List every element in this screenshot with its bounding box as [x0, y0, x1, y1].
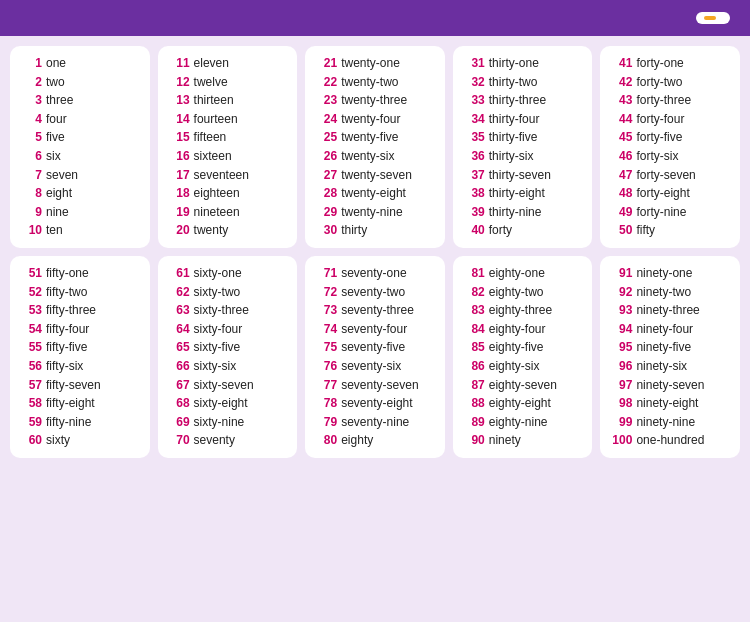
number-entry: 21twenty-one — [315, 54, 435, 73]
entry-number: 49 — [610, 203, 632, 222]
entry-number: 65 — [168, 338, 190, 357]
entry-word: ninety-two — [636, 283, 691, 302]
entry-number: 16 — [168, 147, 190, 166]
entry-number: 31 — [463, 54, 485, 73]
number-entry: 56fifty-six — [20, 357, 140, 376]
number-entry: 50fifty — [610, 221, 730, 240]
number-entry: 64sixty-four — [168, 320, 288, 339]
entry-word: sixty-six — [194, 357, 237, 376]
number-entry: 15fifteen — [168, 128, 288, 147]
entry-number: 6 — [20, 147, 42, 166]
number-entry: 51fifty-one — [20, 264, 140, 283]
entry-number: 36 — [463, 147, 485, 166]
number-box-box8: 71seventy-one72seventy-two73seventy-thre… — [305, 256, 445, 458]
entry-word: forty-seven — [636, 166, 695, 185]
entry-number: 76 — [315, 357, 337, 376]
entry-word: sixty-nine — [194, 413, 245, 432]
number-entry: 53fifty-three — [20, 301, 140, 320]
number-entry: 18eighteen — [168, 184, 288, 203]
entry-number: 27 — [315, 166, 337, 185]
entry-word: fifty-seven — [46, 376, 101, 395]
entry-word: twenty-six — [341, 147, 394, 166]
number-entry: 42forty-two — [610, 73, 730, 92]
entry-number: 22 — [315, 73, 337, 92]
entry-number: 61 — [168, 264, 190, 283]
number-entry: 46forty-six — [610, 147, 730, 166]
entry-word: eighty-six — [489, 357, 540, 376]
number-entry: 77seventy-seven — [315, 376, 435, 395]
entry-word: thirteen — [194, 91, 234, 110]
number-entry: 84eighty-four — [463, 320, 583, 339]
number-entry: 65sixty-five — [168, 338, 288, 357]
entry-word: fifty-four — [46, 320, 89, 339]
number-entry: 31thirty-one — [463, 54, 583, 73]
number-entry: 23twenty-three — [315, 91, 435, 110]
entry-number: 9 — [20, 203, 42, 222]
entry-number: 29 — [315, 203, 337, 222]
entry-number: 57 — [20, 376, 42, 395]
number-entry: 17seventeen — [168, 166, 288, 185]
number-box-box5: 41forty-one42forty-two43forty-three44for… — [600, 46, 740, 248]
entry-word: five — [46, 128, 65, 147]
number-entry: 96ninety-six — [610, 357, 730, 376]
entry-number: 59 — [20, 413, 42, 432]
entry-number: 58 — [20, 394, 42, 413]
main-content: 1one2two3three4four5five6six7seven8eight… — [0, 36, 750, 468]
number-entry: 28twenty-eight — [315, 184, 435, 203]
entry-word: ten — [46, 221, 63, 240]
entry-word: thirty-five — [489, 128, 538, 147]
entry-number: 15 — [168, 128, 190, 147]
entry-number: 67 — [168, 376, 190, 395]
number-entry: 88eighty-eight — [463, 394, 583, 413]
entry-word: fifty-three — [46, 301, 96, 320]
entry-number: 1 — [20, 54, 42, 73]
number-entry: 75seventy-five — [315, 338, 435, 357]
number-entry: 85eighty-five — [463, 338, 583, 357]
number-entry: 66sixty-six — [168, 357, 288, 376]
entry-number: 97 — [610, 376, 632, 395]
entry-number: 12 — [168, 73, 190, 92]
number-box-box6: 51fifty-one52fifty-two53fifty-three54fif… — [10, 256, 150, 458]
logo-b-icon — [704, 16, 716, 20]
entry-number: 84 — [463, 320, 485, 339]
number-entry: 36thirty-six — [463, 147, 583, 166]
entry-number: 96 — [610, 357, 632, 376]
number-entry: 10ten — [20, 221, 140, 240]
row-bottom: 51fifty-one52fifty-two53fifty-three54fif… — [10, 256, 740, 458]
entry-word: sixty-eight — [194, 394, 248, 413]
entry-word: seventy — [194, 431, 235, 450]
entry-word: forty-nine — [636, 203, 686, 222]
number-entry: 24twenty-four — [315, 110, 435, 129]
entry-word: thirty-four — [489, 110, 540, 129]
entry-number: 53 — [20, 301, 42, 320]
number-entry: 81eighty-one — [463, 264, 583, 283]
number-box-box10: 91ninety-one92ninety-two93ninety-three94… — [600, 256, 740, 458]
number-entry: 52fifty-two — [20, 283, 140, 302]
entry-number: 3 — [20, 91, 42, 110]
number-entry: 25twenty-five — [315, 128, 435, 147]
number-entry: 30thirty — [315, 221, 435, 240]
number-entry: 13thirteen — [168, 91, 288, 110]
entry-word: fifty-one — [46, 264, 89, 283]
entry-number: 85 — [463, 338, 485, 357]
entry-word: six — [46, 147, 61, 166]
entry-word: twenty-nine — [341, 203, 402, 222]
number-entry: 1one — [20, 54, 140, 73]
number-entry: 70seventy — [168, 431, 288, 450]
number-entry: 22twenty-two — [315, 73, 435, 92]
entry-number: 71 — [315, 264, 337, 283]
entry-number: 95 — [610, 338, 632, 357]
number-entry: 92ninety-two — [610, 283, 730, 302]
number-entry: 62sixty-two — [168, 283, 288, 302]
number-entry: 6six — [20, 147, 140, 166]
number-entry: 4four — [20, 110, 140, 129]
number-box-box7: 61sixty-one62sixty-two63sixty-three64six… — [158, 256, 298, 458]
number-entry: 7seven — [20, 166, 140, 185]
number-entry: 90ninety — [463, 431, 583, 450]
entry-number: 70 — [168, 431, 190, 450]
entry-word: fifty-six — [46, 357, 83, 376]
entry-number: 51 — [20, 264, 42, 283]
entry-number: 60 — [20, 431, 42, 450]
entry-word: ninety-one — [636, 264, 692, 283]
number-entry: 20twenty — [168, 221, 288, 240]
